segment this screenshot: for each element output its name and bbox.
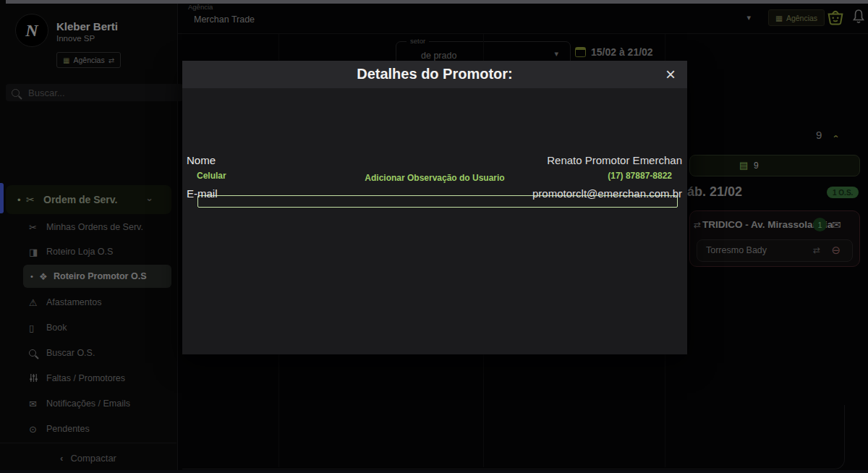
field-row-nome: NomeRenato Promotor Emerchan bbox=[187, 153, 682, 166]
promoter-details-modal: Detalhes do Promotor: × Adicionar Observ… bbox=[182, 61, 687, 354]
modal-body: Adicionar Observação do Usuario NomeRena… bbox=[182, 88, 687, 354]
field-value-nome: Renato Promotor Emerchan bbox=[547, 154, 682, 166]
field-row-e-mail: E-mailpromotorclt@emerchan.com.br bbox=[187, 187, 682, 200]
field-label-celular: Celular bbox=[197, 171, 226, 181]
field-row-celular: Celular(17) 87887-8822 bbox=[197, 171, 672, 181]
field-label-e-mail: E-mail bbox=[187, 187, 218, 200]
modal-title: Detalhes do Promotor: bbox=[182, 66, 687, 82]
close-icon[interactable]: × bbox=[665, 62, 676, 87]
field-value-celular: (17) 87887-8822 bbox=[608, 171, 672, 181]
field-label-nome: Nome bbox=[187, 154, 216, 166]
field-value-e-mail: promotorclt@emerchan.com.br bbox=[532, 187, 682, 200]
horizontal-scrollbar[interactable] bbox=[6, 0, 868, 4]
modal-header: Detalhes do Promotor: × bbox=[182, 61, 687, 88]
